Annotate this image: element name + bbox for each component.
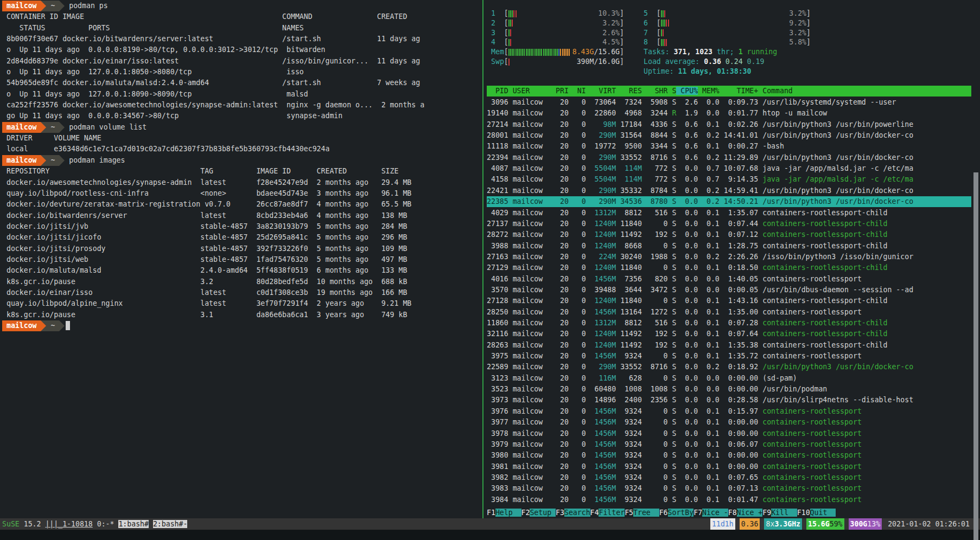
- command-cell: (sd-pam): [758, 374, 797, 382]
- process-row-pid-28250[interactable]: 28250 mailcow 20 0 1456M 13164 1272 S 0.…: [487, 307, 971, 318]
- fkey-f7[interactable]: F7Nice -: [693, 509, 728, 517]
- process-row-pid-3570[interactable]: 3570 mailcow 20 0 39488 3644 3472 S 0.0 …: [487, 285, 971, 295]
- mem-cell: 0.1: [698, 352, 720, 360]
- time-cell: 14:50.21: [720, 197, 758, 205]
- fkey-f8[interactable]: F8Nice +: [728, 509, 763, 517]
- mem-cell: 0.7: [698, 164, 720, 172]
- column-header-time+[interactable]: TIME+: [720, 87, 758, 95]
- terminal-output-line: o Up 11 days ago 127.0.0.1:8050->8080/tc…: [2, 67, 481, 78]
- fkey-f2[interactable]: F2Setup: [521, 509, 556, 517]
- command-cell: /usr/bin/python3 /usr/bin/docker-co: [758, 363, 913, 371]
- tmux-status-bar: SuSE 15.2 |||_1-10818 0:-* 1:bash# 2:bas…: [0, 518, 980, 530]
- process-row-pid-3980[interactable]: 3980 mailcow 20 0 1456M 9324 0 S 0.0 0.1…: [487, 450, 971, 461]
- tmux-window-1[interactable]: 1:bash#: [118, 520, 149, 528]
- status-left-item: 0:-*: [93, 520, 119, 528]
- ni-cell: 0: [569, 153, 586, 162]
- mem-cell: 0.1: [698, 429, 720, 438]
- process-row-pid-4016[interactable]: 4016 mailcow 20 0 1456M 7356 820 S 0.0 0…: [487, 274, 971, 285]
- column-header-s[interactable]: S: [668, 87, 677, 95]
- state-cell: S: [668, 308, 677, 316]
- pri-cell: 20: [551, 451, 569, 459]
- process-row-pid-19140[interactable]: 19140 mailcow 20 0 22860 4968 3244 R 1.9…: [487, 108, 971, 119]
- process-row-pid-32116[interactable]: 32116 mailcow 20 0 1240M 11492 192 S 0.0…: [487, 329, 971, 339]
- process-row-pid-3983[interactable]: 3983 mailcow 20 0 1456M 9324 0 S 0.0 0.1…: [487, 483, 971, 494]
- meter-tick: [558, 49, 559, 56]
- meter-tick: [548, 49, 549, 56]
- fkey-f9[interactable]: F9Kill: [762, 509, 797, 517]
- ni-cell: 0: [569, 263, 586, 272]
- process-row-pid-3982[interactable]: 3982 mailcow 20 0 1456M 9324 0 S 0.0 0.1…: [487, 472, 971, 483]
- process-row-pid-3988[interactable]: 3988 mailcow 20 0 1240M 8668 0 S 0.0 0.1…: [487, 241, 971, 252]
- process-row-pid-11118[interactable]: 11118 mailcow 20 0 19772 9500 3344 S 0.6…: [487, 141, 971, 152]
- fkey-f5[interactable]: F5Tree: [625, 509, 659, 517]
- ni-cell: 0: [569, 98, 586, 106]
- process-row-pid-3123[interactable]: 3123 mailcow 20 0 116M 628 0 S 0.0 0.0 0…: [487, 373, 971, 384]
- fkey-f1[interactable]: F1Help: [487, 509, 521, 517]
- process-row-pid-4158[interactable]: 4158 mailcow 20 0 5504M 114M 772 S 0.0 0…: [487, 174, 971, 185]
- process-row-pid-28272[interactable]: 28272 mailcow 20 0 1240M 11492 192 S 0.0…: [487, 229, 971, 240]
- process-row-pid-3975[interactable]: 3975 mailcow 20 0 1456M 9324 0 S 0.0 0.1…: [487, 351, 971, 362]
- column-header-command[interactable]: Command: [758, 87, 793, 95]
- process-row-pid-3976[interactable]: 3976 mailcow 20 0 1456M 9324 0 S 0.0 0.1…: [487, 406, 971, 417]
- ni-cell: 0: [569, 131, 586, 139]
- fkey-f10[interactable]: F10Quit: [797, 509, 836, 517]
- process-row-pid-3523[interactable]: 3523 mailcow 20 0 60480 1008 1008 S 0.0 …: [487, 384, 971, 395]
- meter-tick: [534, 49, 536, 56]
- column-header-virt[interactable]: VIRT: [586, 87, 616, 95]
- state-cell: S: [668, 396, 677, 404]
- process-row-pid-4087[interactable]: 4087 mailcow 20 0 5504M 114M 772 S 0.0 0…: [487, 163, 971, 174]
- process-row-pid-3984[interactable]: 3984 mailcow 20 0 1456M 9324 0 S 0.0 0.1…: [487, 494, 971, 505]
- column-header-res[interactable]: RES: [616, 87, 642, 95]
- process-row-pid-3979[interactable]: 3979 mailcow 20 0 1456M 9324 0 S 0.0 0.1…: [487, 439, 971, 450]
- state-cell: S: [668, 484, 677, 492]
- cpu2-meter-value-part: 3.2%: [602, 19, 620, 27]
- state-cell: S: [668, 429, 677, 438]
- process-row-pid-11860[interactable]: 11860 mailcow 20 0 1312M 8812 516 S 0.0 …: [487, 318, 971, 329]
- process-row-pid-22589[interactable]: 22589 mailcow 20 0 290M 33552 8716 S 0.0…: [487, 362, 971, 372]
- user-cell: mailcow: [508, 242, 551, 250]
- fkey-f4[interactable]: F4Filter: [590, 509, 625, 517]
- process-row-pid-27128[interactable]: 27128 mailcow 20 0 1240M 11840 0 S 0.0 0…: [487, 295, 971, 306]
- column-header-pri[interactable]: PRI: [551, 87, 569, 95]
- column-header-user[interactable]: USER: [508, 87, 551, 95]
- powerline-arrow-icon: [41, 320, 46, 331]
- process-row-pid-28263[interactable]: 28263 mailcow 20 0 1240M 11492 192 S 0.0…: [487, 340, 971, 351]
- column-header-shr[interactable]: SHR: [642, 87, 668, 95]
- tmux-pane-divider[interactable]: [482, 0, 483, 518]
- meter-tick: [508, 49, 510, 56]
- tmux-window-2[interactable]: 2:bash#-: [153, 520, 188, 528]
- process-row-pid-3096[interactable]: 3096 mailcow 20 0 73064 7324 5908 S 2.6 …: [487, 97, 971, 108]
- column-header-ni[interactable]: NI: [569, 87, 586, 95]
- process-row-pid-27214[interactable]: 27214 mailcow 20 0 98M 17184 4336 S 0.6 …: [487, 119, 971, 130]
- scrollbar-thumb[interactable]: [973, 172, 978, 540]
- process-row-pid-3977[interactable]: 3977 mailcow 20 0 1456M 9324 0 S 0.0 0.1…: [487, 417, 971, 428]
- fkey-f3[interactable]: F3Search: [556, 509, 590, 517]
- column-header-mem%[interactable]: MEM%: [698, 87, 720, 95]
- status-chip: 2021-01-02 01:26:01: [886, 518, 971, 530]
- process-row-pid-27163[interactable]: 27163 mailcow 20 0 224M 30240 1988 S 0.0…: [487, 252, 971, 262]
- process-row-pid-3981[interactable]: 3981 mailcow 20 0 1456M 9324 0 S 0.0 0.1…: [487, 461, 971, 472]
- process-row-pid-22394[interactable]: 22394 mailcow 20 0 290M 33552 8716 S 0.6…: [487, 152, 971, 163]
- process-row-pid-3973[interactable]: 3973 mailcow 20 0 14896 2400 2356 S 0.0 …: [487, 395, 971, 406]
- terminal-cursor[interactable]: [66, 321, 70, 330]
- res-cell: 114M: [616, 164, 642, 172]
- cpu-cell: 0.0: [676, 418, 698, 426]
- meter-tick: [545, 49, 546, 56]
- process-row-pid-3978[interactable]: 3978 mailcow 20 0 1456M 9324 0 S 0.0 0.1…: [487, 428, 971, 439]
- mem-cell: 0.1: [698, 120, 720, 128]
- column-header-pid[interactable]: PID: [487, 87, 508, 95]
- shr-cell: 0: [642, 374, 668, 382]
- cpu-cell: 0.0: [676, 242, 698, 250]
- process-row-pid-27137[interactable]: 27137 mailcow 20 0 1240M 11840 0 S 0.0 0…: [487, 218, 971, 229]
- command-cell: /usr/lib/systemd/systemd --user: [758, 98, 896, 106]
- process-row-pid-27129[interactable]: 27129 mailcow 20 0 1240M 11840 0 S 0.0 0…: [487, 262, 971, 273]
- process-row-pid-22421[interactable]: 22421 mailcow 20 0 290M 35332 8784 S 0.0…: [487, 185, 971, 196]
- process-row-pid-22385[interactable]: 22385 mailcow 20 0 290M 34536 8780 S 0.0…: [487, 196, 971, 207]
- htop-column-header[interactable]: PID USER PRI NI VIRT RES SHR S CPU% MEM%…: [487, 86, 971, 97]
- fkey-f6[interactable]: F6SortBy: [659, 509, 694, 517]
- ni-cell: 0: [569, 142, 586, 150]
- process-row-pid-28001[interactable]: 28001 mailcow 20 0 290M 31564 8844 S 0.6…: [487, 130, 971, 141]
- column-header-cpu%[interactable]: CPU%: [676, 87, 698, 95]
- command-cell: htop -u mailcow: [758, 109, 827, 117]
- process-row-pid-4029[interactable]: 4029 mailcow 20 0 1312M 8812 516 S 0.0 0…: [487, 208, 971, 218]
